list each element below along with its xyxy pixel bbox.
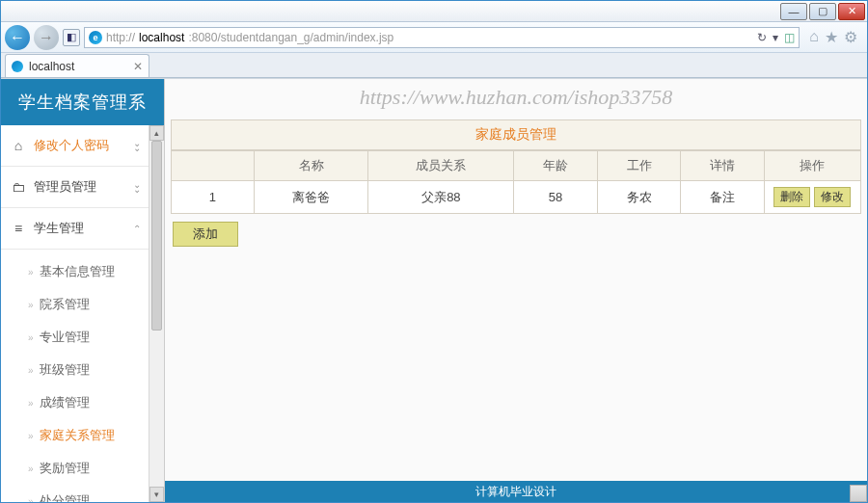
cell-name: 离爸爸 [254,181,368,214]
edit-button[interactable]: 修改 [814,187,851,207]
th-op: 操作 [764,151,860,181]
cell-idx: 1 [172,181,255,214]
scroll-track[interactable] [149,141,164,487]
submenu-label: 院系管理 [40,296,90,313]
submenu-class[interactable]: »班级管理 [28,354,149,386]
sidebar-scrollbar[interactable]: ▴ ▾ [149,125,164,502]
arrow-icon: » [28,431,34,441]
tab-title: localhost [29,60,74,73]
window-maximize-button[interactable]: ▢ [809,3,836,20]
submenu-label: 家庭关系管理 [40,427,115,444]
submenu-award[interactable]: »奖励管理 [28,452,149,485]
submenu-basic-info[interactable]: »基本信息管理 [28,255,149,288]
family-table: 名称 成员关系 年龄 工作 详情 操作 1 离爸爸 父亲88 [171,150,861,214]
watermark-text: https://www.huzhan.com/ishop33758 [165,79,867,119]
favorites-icon[interactable]: ★ [825,28,838,46]
forward-button[interactable]: → [34,25,59,50]
url-host: localhost [139,31,184,44]
arrow-icon: » [28,496,34,503]
window-titlebar: — ▢ ✕ [1,1,867,22]
back-button[interactable]: ← [5,25,30,50]
table-header-row: 名称 成员关系 年龄 工作 详情 操作 [172,151,861,181]
submenu-label: 处分管理 [40,492,90,502]
window-close-button[interactable]: ✕ [838,3,865,20]
sidebar-item-admin-mgmt[interactable]: 🗀 管理员管理 ⌄ [1,167,149,208]
panel-title: 家庭成员管理 [171,119,861,150]
sidebar: 学生档案管理系 ⌂ 修改个人密码 ⌄ 🗀 管理员管理 ⌄ ≡ 学 [1,79,165,502]
submenu-family[interactable]: »家庭关系管理 [28,419,149,452]
student-submenu: »基本信息管理 »院系管理 »专业管理 »班级管理 »成绩管理 »家庭关系管理 … [1,250,149,502]
scroll-thumb[interactable] [151,141,162,331]
compat-icon[interactable]: ◫ [784,31,795,44]
arrow-icon: » [28,332,34,343]
submenu-dept[interactable]: »院系管理 [28,288,149,321]
cell-op: 删除修改 [764,181,860,214]
arrow-icon: » [28,398,34,409]
cell-age: 58 [514,181,598,214]
th-work: 工作 [597,151,681,181]
th-idx [172,151,255,181]
submenu-grade[interactable]: »成绩管理 [28,386,149,419]
refresh-icon[interactable]: ↻ [757,31,767,44]
delete-button[interactable]: 删除 [773,187,810,207]
th-detail: 详情 [681,151,765,181]
browser-toolbar: ← → ◧ e http://localhost:8080/studentdan… [1,22,867,53]
list-icon: ≡ [11,221,26,236]
sidebar-item-student-mgmt[interactable]: ≡ 学生管理 ⌃ [1,208,149,250]
arrow-icon: » [28,463,34,474]
home-icon[interactable]: ⌂ [809,28,819,46]
cell-detail[interactable]: 备注 [681,181,765,214]
sidebar-item-label: 学生管理 [34,220,84,237]
tab-strip: localhost ✕ [1,53,867,78]
tab-close-icon[interactable]: ✕ [133,60,143,73]
arrow-icon: » [28,300,34,310]
chevron-up-icon: ⌃ [133,224,141,234]
sidebar-item-label: 修改个人密码 [34,137,109,154]
submenu-label: 奖励管理 [40,460,90,477]
app-title: 学生档案管理系 [1,79,164,125]
cell-work: 务农 [597,181,681,214]
footer-bar: 计算机毕业设计 [165,481,867,502]
submenu-punish[interactable]: »处分管理 [28,485,149,502]
submenu-label: 成绩管理 [40,394,90,411]
compat-view-icon[interactable]: ◧ [63,29,80,46]
tab-favicon [12,61,23,72]
th-relation: 成员关系 [368,151,514,181]
th-name: 名称 [254,151,368,181]
address-bar[interactable]: e http://localhost:8080/studentdangan_g/… [84,27,800,48]
arrow-icon: » [28,365,34,376]
arrow-icon: » [28,267,34,278]
browser-right-icons: ⌂ ★ ⚙ [803,28,863,46]
folder-icon: 🗀 [11,179,26,195]
tools-icon[interactable]: ⚙ [844,28,857,46]
add-button[interactable]: 添加 [173,222,238,247]
submenu-major[interactable]: »专业管理 [28,321,149,354]
ie-icon: e [89,31,102,44]
url-path: :8080/studentdangan_g/admin/index.jsp [188,31,393,44]
footer-text: 计算机毕业设计 [475,484,556,500]
family-panel: 家庭成员管理 名称 成员关系 年龄 工作 详情 操作 [171,119,861,247]
chevron-down-icon: ⌄ [133,179,141,195]
browser-tab[interactable]: localhost ✕ [5,54,149,77]
submenu-label: 专业管理 [40,329,90,346]
scroll-down-button[interactable]: ▾ [149,487,164,502]
search-dropdown-icon[interactable]: ▾ [773,31,778,44]
sidebar-item-change-password[interactable]: ⌂ 修改个人密码 ⌄ [1,125,149,167]
submenu-label: 班级管理 [40,361,90,379]
scroll-up-button[interactable]: ▴ [149,125,164,141]
home-icon: ⌂ [11,138,26,153]
window-minimize-button[interactable]: — [780,3,807,20]
th-age: 年龄 [514,151,598,181]
chevron-down-icon: ⌄ [133,138,141,153]
page-content: 学生档案管理系 ⌂ 修改个人密码 ⌄ 🗀 管理员管理 ⌄ ≡ 学 [1,78,867,502]
url-scheme: http:// [106,31,135,44]
browser-window: — ▢ ✕ ← → ◧ e http://localhost:8080/stud… [0,0,868,503]
main-panel: https://www.huzhan.com/ishop33758 家庭成员管理… [165,79,867,502]
table-row: 1 离爸爸 父亲88 58 务农 备注 删除修改 [172,181,861,214]
sidebar-item-label: 管理员管理 [34,178,96,196]
resize-grip[interactable] [850,485,867,502]
cell-relation: 父亲88 [368,181,514,214]
submenu-label: 基本信息管理 [40,263,115,280]
